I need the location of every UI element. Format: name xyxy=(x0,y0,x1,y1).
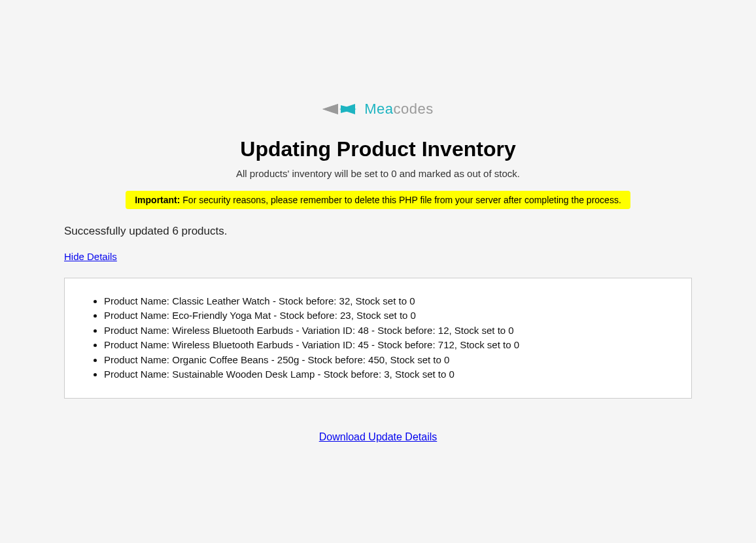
logo-text-prefix: Mea xyxy=(364,101,393,117)
download-details-link[interactable]: Download Update Details xyxy=(319,431,438,443)
list-item: Product Name: Wireless Bluetooth Earbuds… xyxy=(104,338,676,353)
brand-logo: Meacodes xyxy=(322,101,434,118)
list-item: Product Name: Sustainable Wooden Desk La… xyxy=(104,367,676,382)
main-container: Meacodes Updating Product Inventory All … xyxy=(64,101,692,443)
list-item: Product Name: Wireless Bluetooth Earbuds… xyxy=(104,323,676,338)
security-warning: Important: For security reasons, please … xyxy=(126,191,630,209)
logo-icon xyxy=(322,101,359,117)
logo-text: Meacodes xyxy=(364,101,434,118)
details-box: Product Name: Classic Leather Watch - St… xyxy=(64,278,692,399)
page-subtitle: All products' inventory will be set to 0… xyxy=(236,168,520,179)
list-item: Product Name: Classic Leather Watch - St… xyxy=(104,294,676,309)
svg-marker-2 xyxy=(322,104,338,114)
page-title: Updating Product Inventory xyxy=(240,137,515,161)
details-list: Product Name: Classic Leather Watch - St… xyxy=(80,294,676,382)
list-item: Product Name: Organic Coffee Beans - 250… xyxy=(104,353,676,368)
warning-message: For security reasons, please remember to… xyxy=(180,195,621,205)
logo-text-suffix: codes xyxy=(394,101,434,117)
list-item: Product Name: Eco-Friendly Yoga Mat - St… xyxy=(104,308,676,323)
warning-label: Important: xyxy=(135,195,180,205)
hide-details-link[interactable]: Hide Details xyxy=(64,251,117,262)
success-message: Successfully updated 6 products. xyxy=(64,225,227,238)
